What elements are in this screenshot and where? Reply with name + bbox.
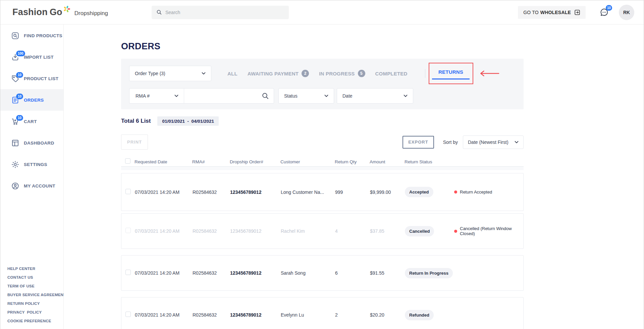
sidebar-item-my-account[interactable]: MY ACCOUNT xyxy=(0,175,63,197)
cell-requested-date: 07/03/2021 14:20 AM xyxy=(135,312,193,318)
tab-awaiting-payment[interactable]: AWAITING PAYMENT 2 xyxy=(248,70,309,77)
tab-in-progress[interactable]: IN PROGRESS 5 xyxy=(319,70,365,77)
date-filter-select[interactable]: Date xyxy=(337,88,413,104)
col-rma: RMA# xyxy=(192,159,230,164)
table-row[interactable]: 07/03/2021 14:20 AM R02584632 1234567890… xyxy=(121,173,524,211)
tab-all[interactable]: ALL xyxy=(227,71,237,76)
sidebar-item-product-list[interactable]: 10 PRODUCT LIST xyxy=(0,68,63,89)
filter-panel: Order Type (3) ALL AWAITING PAYMENT 2 IN… xyxy=(121,59,524,109)
tab-returns[interactable]: RETURNS xyxy=(429,63,473,84)
export-button[interactable]: EXPORT xyxy=(402,136,434,149)
sidebar-item-import-list[interactable]: 100 IMPORT LIST xyxy=(0,46,63,68)
sidebar-item-settings[interactable]: SETTINGS xyxy=(0,154,63,175)
logo-text-fashion: Fashion xyxy=(12,7,48,17)
chevron-down-icon xyxy=(324,95,328,97)
cell-dropship-order[interactable]: 123456789012 xyxy=(230,189,281,195)
status-filter-select[interactable]: Status xyxy=(278,88,334,104)
page-title: ORDERS xyxy=(121,41,524,52)
cell-requested-date: 07/03/2021 14:20 AM xyxy=(135,189,193,195)
sidebar-item-cart[interactable]: 10 CART xyxy=(0,111,63,132)
link-cookie-preference[interactable]: COOKIE PREFERENCE xyxy=(7,317,63,325)
link-return-policy[interactable]: RETURN POLICY xyxy=(7,299,63,308)
product-list-badge: 10 xyxy=(16,72,23,78)
settings-gear-icon xyxy=(11,160,19,169)
sort-by-label: Sort by xyxy=(443,140,458,145)
order-tabs: ALL AWAITING PAYMENT 2 IN PROGRESS 5 COM… xyxy=(227,63,499,84)
chat-button[interactable]: 10 xyxy=(600,8,609,17)
row-checkbox[interactable] xyxy=(125,228,131,233)
table-row[interactable]: 07/03/2021 14:20 AM R02584632 1234567890… xyxy=(121,213,524,249)
dashboard-icon xyxy=(11,139,19,147)
sidebar-item-dashboard[interactable]: DASHBOARD xyxy=(0,132,63,154)
tab-returns-label: RETURNS xyxy=(432,69,470,79)
table-header: Requested Date RMA# Dropship Order# Cust… xyxy=(121,157,524,167)
sort-value: Date (Newest First) xyxy=(468,140,508,145)
link-contact-us[interactable]: CONTACT US xyxy=(7,273,63,282)
find-products-icon xyxy=(11,32,19,40)
logo-flower-icon xyxy=(63,5,70,13)
sidebar-label: PRODUCT LIST xyxy=(24,76,58,81)
global-search-input[interactable] xyxy=(165,10,284,15)
product-list-icon: 10 xyxy=(11,74,19,83)
cell-dropship-order[interactable]: 123456789012 xyxy=(230,228,281,234)
row-checkbox[interactable] xyxy=(125,189,131,194)
cell-customer: Long Customer Na... xyxy=(281,189,335,195)
fashiongo-logo[interactable]: Fashion Go Dropshipping xyxy=(12,7,108,17)
cell-return-qty: 4 xyxy=(335,228,370,234)
row-checkbox[interactable] xyxy=(125,312,131,317)
cell-amount: $9,999.00 xyxy=(370,189,405,195)
table-row[interactable]: 07/03/2021 14:20 AM R02584632 1234567890… xyxy=(121,297,524,329)
logo-text-dropshipping: Dropshipping xyxy=(74,10,108,17)
cell-requested-date: 07/03/2021 14:20 AM xyxy=(135,270,193,276)
select-all-checkbox[interactable] xyxy=(125,158,130,164)
cart-icon: 10 xyxy=(11,117,19,126)
sidebar-label: FIND PRODUCTS xyxy=(24,33,62,38)
table-row[interactable]: 07/03/2021 14:20 AM R02584632 1234567890… xyxy=(121,255,524,291)
avatar[interactable]: RK xyxy=(619,5,634,20)
return-status-note: Return Accepted xyxy=(454,189,523,195)
cell-dropship-order[interactable]: 123456789012 xyxy=(230,312,281,318)
rma-search-input[interactable] xyxy=(189,93,262,99)
sort-select[interactable]: Date (Newest First) xyxy=(463,135,524,149)
order-type-select[interactable]: Order Type (3) xyxy=(129,66,211,81)
global-search[interactable] xyxy=(152,6,289,19)
link-buyer-service-agreement[interactable]: BUYER SERVICE AGREEMENT xyxy=(7,290,63,299)
tab-completed[interactable]: COMPLETED xyxy=(375,71,408,76)
status-filter-value: Status xyxy=(284,93,298,99)
sidebar-label: DASHBOARD xyxy=(24,141,54,146)
chevron-down-icon xyxy=(202,72,206,75)
date-filter-value: Date xyxy=(342,93,353,99)
my-account-icon xyxy=(11,182,19,190)
col-amount: Amount xyxy=(370,159,405,164)
tab-divider xyxy=(425,69,425,78)
sidebar: FIND PRODUCTS 100 IMPORT LIST 10 PRODUCT… xyxy=(0,24,64,329)
search-icon xyxy=(156,9,162,15)
print-button[interactable]: PRINT xyxy=(121,134,148,150)
annotation-arrow-icon xyxy=(479,70,499,77)
rma-type-select[interactable]: RMA # xyxy=(129,89,184,103)
go-to-wholesale-button[interactable]: GO TO WHOLESALE xyxy=(518,6,586,19)
cell-rma: R02584632 xyxy=(193,228,230,234)
col-return-qty: Return Qty xyxy=(335,159,370,164)
sidebar-item-orders[interactable]: 10 ORDERS xyxy=(0,89,63,111)
link-help-center[interactable]: HELP CENTER xyxy=(7,264,63,273)
cell-customer: Sarah Song xyxy=(281,270,335,276)
link-term-of-use[interactable]: TERM OF USE xyxy=(7,282,63,290)
link-privacy-policy[interactable]: PRIVACY POLICY xyxy=(7,308,63,317)
cell-amount: $20.20 xyxy=(370,312,405,318)
cell-amount: $91.55 xyxy=(370,270,405,276)
row-checkbox[interactable] xyxy=(125,270,131,275)
sidebar-label: ORDERS xyxy=(24,98,44,103)
cell-rma: R02584632 xyxy=(193,189,230,195)
chevron-down-icon xyxy=(515,141,519,144)
order-type-value: Order Type (3) xyxy=(135,71,165,76)
cell-dropship-order[interactable]: 123456789012 xyxy=(230,270,281,276)
date-range-badge: 01/01/2021 - 04/01/2021 xyxy=(157,116,219,126)
col-customer: Customer xyxy=(280,159,335,164)
cell-amount: $37.85 xyxy=(370,228,405,234)
search-icon[interactable] xyxy=(262,92,269,100)
sidebar-item-find-products[interactable]: FIND PRODUCTS xyxy=(0,25,63,46)
sidebar-footer-links: HELP CENTER CONTACT US TERM OF USE BUYER… xyxy=(0,264,63,329)
cell-requested-date: 07/03/2021 14:20 AM xyxy=(135,228,193,234)
wholesale-bold: WHOLESALE xyxy=(540,10,571,15)
